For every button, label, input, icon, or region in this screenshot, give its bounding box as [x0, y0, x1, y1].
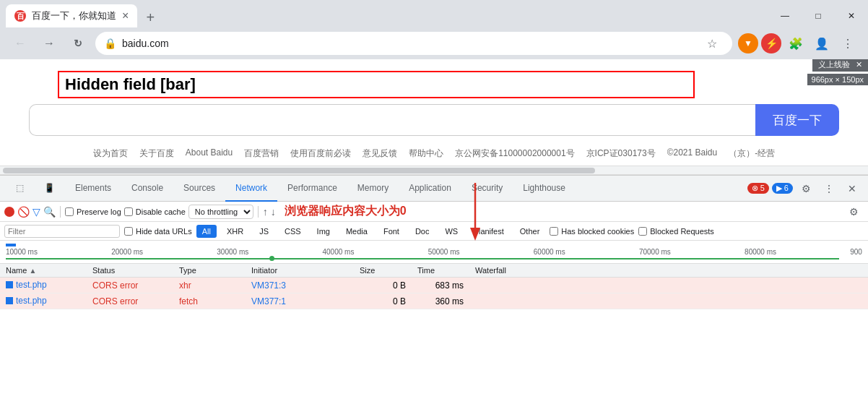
footer-link[interactable]: 关于百度	[139, 147, 174, 160]
arrow-annotation	[468, 183, 482, 241]
network-settings-icon[interactable]: ⚙	[843, 202, 864, 222]
tab-sources[interactable]: Sources	[173, 176, 225, 202]
col-header-waterfall[interactable]: Waterfall	[469, 264, 868, 278]
tab-lighthouse[interactable]: Lighthouse	[513, 176, 576, 202]
initiator-link[interactable]: VM377:1	[251, 296, 286, 306]
forward-button[interactable]: →	[38, 32, 61, 55]
has-blocked-cookies-checkbox[interactable]: Has blocked cookies	[550, 227, 634, 236]
profile-dropdown-icon[interactable]: ▼	[738, 33, 758, 53]
type-ws-button[interactable]: WS	[439, 225, 464, 238]
requests-area: Name ▲ Status Type Initiator Size Time W…	[0, 264, 868, 309]
request-name-link[interactable]: test.php	[16, 296, 47, 306]
footer-link[interactable]: 京公网安备11000002000001号	[455, 147, 574, 160]
tab-performance[interactable]: Performance	[277, 176, 347, 202]
cell-time: 683 ms	[412, 278, 469, 293]
filter-button[interactable]: ▽	[32, 206, 40, 218]
footer-link[interactable]: 意见反馈	[363, 147, 397, 160]
footer-link[interactable]: 百度营销	[244, 147, 279, 160]
user-icon[interactable]: 👤	[810, 32, 833, 55]
tab-elements[interactable]: Elements	[65, 176, 121, 202]
search-input[interactable]	[29, 104, 755, 136]
type-font-button[interactable]: Font	[378, 225, 405, 238]
request-name-link[interactable]: test.php	[16, 280, 47, 290]
blocked-requests-checkbox[interactable]: Blocked Requests	[638, 227, 714, 236]
settings-icon[interactable]: ⚙	[796, 179, 816, 199]
footer-link[interactable]: 使用百度前必读	[290, 147, 351, 160]
browser-chrome: 百 百度一下，你就知道 × + — □ ✕ ← → ↻ 🔒 baidu.com …	[0, 0, 868, 59]
tab-memory[interactable]: Memory	[347, 176, 399, 202]
cell-size: 0 B	[354, 293, 412, 309]
col-header-size[interactable]: Size	[354, 264, 412, 278]
search-button-network[interactable]: 🔍	[43, 206, 56, 218]
tab-network[interactable]: Network	[225, 176, 277, 202]
preserve-log-checkbox[interactable]: Preserve log	[65, 207, 121, 216]
lightning-icon[interactable]: ⚡	[761, 33, 781, 53]
throttle-select[interactable]: No throttling	[188, 205, 253, 219]
col-header-type[interactable]: Type	[173, 264, 246, 278]
browser-tab[interactable]: 百 百度一下，你就知道 ×	[6, 4, 137, 27]
minimize-button[interactable]: —	[768, 4, 802, 27]
initiator-link[interactable]: VM371:3	[251, 280, 286, 291]
filter-input[interactable]	[4, 225, 120, 238]
search-button[interactable]: 百度一下	[755, 104, 839, 136]
footer-license: （京）-经营	[729, 147, 775, 160]
cell-size: 0 B	[354, 278, 412, 293]
tab-device[interactable]: 📱	[34, 176, 65, 202]
type-css-button[interactable]: CSS	[279, 225, 307, 238]
type-xhr-button[interactable]: XHR	[221, 225, 249, 238]
footer-link[interactable]: About Baidu	[186, 147, 233, 160]
col-header-name[interactable]: Name ▲	[0, 264, 87, 278]
maximize-button[interactable]: □	[802, 4, 835, 27]
footer-link[interactable]: 设为首页	[93, 147, 128, 160]
error-badge: ⊗ 5	[747, 183, 769, 194]
cell-time: 360 ms	[412, 293, 469, 309]
omnibox[interactable]: 🔒 baidu.com ☆	[95, 32, 732, 55]
table-row[interactable]: test.php CORS error fetch VM377:1 0 B 36…	[0, 293, 868, 309]
close-button[interactable]: ✕	[835, 4, 868, 27]
scroll-indicator[interactable]	[0, 166, 868, 175]
disable-cache-checkbox[interactable]: Disable cache	[124, 207, 186, 216]
timeline-label: 80000 ms	[745, 248, 776, 256]
devtools-more-icon[interactable]: ⋮	[819, 179, 839, 199]
type-doc-button[interactable]: Doc	[409, 225, 435, 238]
record-button[interactable]	[4, 207, 14, 217]
address-bar: ← → ↻ 🔒 baidu.com ☆ ▼ ⚡ 🧩 👤 ⋮	[0, 27, 868, 59]
timeline-label: 30000 ms	[217, 248, 248, 256]
timeline-label: 10000 ms	[6, 248, 38, 256]
timeline-container: 10000 ms 20000 ms 30000 ms 40000 ms 5000…	[0, 241, 868, 264]
tab-close-button[interactable]: ×	[122, 10, 129, 22]
toolbar-icons: ▼ ⚡ 🧩 👤 ⋮	[738, 32, 859, 55]
type-other-button[interactable]: Other	[514, 225, 546, 238]
back-button[interactable]: ←	[9, 32, 32, 55]
timeline-blue-bar	[6, 244, 16, 246]
type-media-button[interactable]: Media	[340, 225, 373, 238]
bookmark-icon[interactable]: ☆	[700, 32, 724, 55]
table-row[interactable]: test.php CORS error xhr VM371:3 0 B 683 …	[0, 278, 868, 293]
refresh-button[interactable]: ↻	[66, 32, 90, 55]
scroll-thumb[interactable]	[3, 168, 595, 173]
tab-application[interactable]: Application	[399, 176, 461, 202]
download-icon[interactable]: ↓	[271, 206, 276, 218]
menu-icon[interactable]: ⋮	[836, 32, 859, 55]
type-img-button[interactable]: Img	[311, 225, 336, 238]
footer-link[interactable]: 京ICP证030173号	[586, 147, 656, 160]
online-close-button[interactable]: ✕	[856, 60, 862, 69]
col-header-time[interactable]: Time	[412, 264, 469, 278]
type-all-button[interactable]: All	[196, 225, 217, 238]
col-header-initiator[interactable]: Initiator	[246, 264, 354, 278]
type-js-button[interactable]: JS	[253, 225, 274, 238]
tab-inspect[interactable]: ⬚	[6, 176, 34, 202]
hide-data-urls-checkbox[interactable]: Hide data URLs	[124, 227, 192, 236]
tab-console[interactable]: Console	[121, 176, 173, 202]
footer-link[interactable]: 帮助中心	[409, 147, 443, 160]
new-tab-button[interactable]: +	[140, 7, 160, 27]
extensions-icon[interactable]: 🧩	[784, 32, 807, 55]
devtools-close-button[interactable]: ✕	[842, 179, 862, 199]
timeline-label: 900	[850, 248, 862, 256]
clear-button[interactable]: 🚫	[17, 206, 30, 218]
cell-status: CORS error	[87, 293, 173, 309]
upload-icon[interactable]: ↑	[263, 206, 268, 218]
network-toolbar: 🚫 ▽ 🔍 Preserve log Disable cache No thro…	[0, 202, 868, 222]
col-header-status[interactable]: Status	[87, 264, 173, 278]
tab-title: 百度一下，你就知道	[32, 9, 116, 22]
